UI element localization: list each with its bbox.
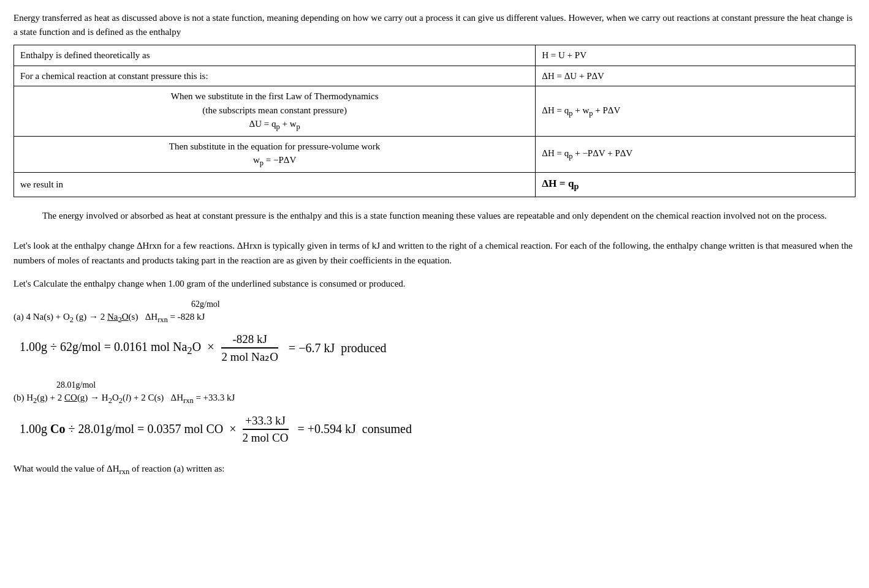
table-row: When we substitute in the first Law of T…	[14, 86, 856, 137]
calc-b-numerator: +33.3 kJ	[243, 414, 289, 430]
table-cell-left-3: When we substitute in the first Law of T…	[14, 86, 536, 137]
reaction-a-above-note: 62g/mol	[191, 300, 856, 309]
table-cell-right-2: ΔH = ΔU + PΔV	[536, 66, 856, 86]
table-cell-left-4: Then substitute in the equation for pres…	[14, 136, 536, 172]
calc-b-left: 1.00g Co ÷ 28.01g/mol = 0.0357 mol CO ×	[20, 422, 237, 436]
reaction-b-equation: (b) H2(g) + 2 CO(g) → H2O2(l) + 2 C(s) Δ…	[13, 390, 856, 407]
reaction-a-equation: (a) 4 Na(s) + O2 (g) → 2 Na2O(s) ΔHrxn =…	[13, 309, 856, 326]
calculate-paragraph: Let's Calculate the enthalpy change when…	[13, 276, 856, 291]
table-row: Then substitute in the equation for pres…	[14, 136, 856, 172]
calc-b-result: = +0.594 kJ consumed	[295, 422, 412, 436]
table-row: For a chemical reaction at constant pres…	[14, 66, 856, 86]
table-cell-left-1: Enthalpy is defined theoretically as	[14, 45, 536, 66]
enthalpy-change-paragraph: Let's look at the enthalpy change ΔHrxn …	[13, 238, 856, 268]
enthalpy-table: Enthalpy is defined theoretically as H =…	[13, 45, 856, 197]
calc-b-fraction: +33.3 kJ 2 mol CO	[243, 414, 289, 445]
table-cell-right-5: ΔH = qp	[536, 173, 856, 197]
calc-a-left: 1.00g ÷ 62g/mol = 0.0161 mol Na2O ×	[20, 340, 214, 357]
what-would-paragraph: What would the value of ΔHrxn of reactio…	[13, 461, 856, 478]
calc-a-denominator: 2 mol Na₂O	[221, 350, 278, 364]
table-cell-right-1: H = U + PV	[536, 45, 856, 66]
table-cell-left-2: For a chemical reaction at constant pres…	[14, 66, 536, 86]
calc-b-denominator: 2 mol CO	[243, 431, 289, 445]
calc-a-result: = −6.7 kJ produced	[286, 341, 387, 355]
calc-a-numerator: -828 kJ	[221, 333, 278, 349]
energy-paragraph: The energy involved or absorbed as heat …	[13, 208, 856, 223]
calc-a-fraction: -828 kJ 2 mol Na₂O	[221, 333, 278, 364]
table-cell-right-4: ΔH = qp + −PΔV + PΔV	[536, 136, 856, 172]
table-row: Enthalpy is defined theoretically as H =…	[14, 45, 856, 66]
table-row: we result in ΔH = qp	[14, 173, 856, 197]
table-cell-right-3: ΔH = qp + wp + PΔV	[536, 86, 856, 137]
table-cell-left-5: we result in	[14, 173, 536, 197]
calculation-b: 1.00g Co ÷ 28.01g/mol = 0.0357 mol CO × …	[20, 414, 856, 445]
calculation-a: 1.00g ÷ 62g/mol = 0.0161 mol Na2O × -828…	[20, 333, 856, 364]
reaction-b-above-note: 28.01g/mol	[56, 380, 856, 390]
intro-paragraph: Energy transferred as heat as discussed …	[13, 11, 856, 39]
